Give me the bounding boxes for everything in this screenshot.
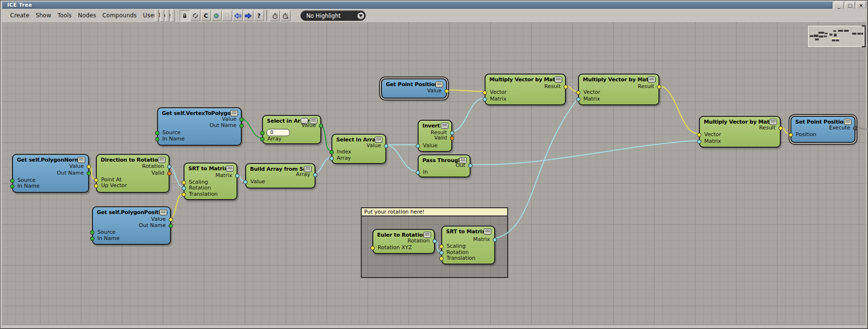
output-port-valid[interactable] — [450, 136, 454, 140]
input-port-rotation[interactable] — [439, 251, 444, 255]
node-icons — [484, 228, 491, 235]
output-port-label: Valid — [434, 135, 447, 141]
node-menu-icon[interactable] — [78, 157, 85, 163]
index-value-field[interactable] — [266, 129, 290, 136]
output-port-value[interactable] — [445, 89, 449, 93]
minimap-node-rect — [832, 39, 835, 41]
window-frame-bottom — [2, 325, 866, 328]
input-port-vector[interactable] — [697, 133, 701, 137]
node-select-in-array-1[interactable]: Select in ArrayValueArray — [262, 115, 321, 144]
output-port-result[interactable] — [450, 131, 454, 135]
input-port-source[interactable] — [90, 230, 94, 235]
input-port-vector[interactable] — [576, 90, 580, 95]
minimap-node-rect — [833, 30, 836, 32]
node-build-array-from-set[interactable]: Build Array from SetArrayValue — [245, 163, 316, 189]
node-direction-to-rotation[interactable]: Direction to RotationRotationValidPoint … — [96, 154, 170, 193]
input-port-label: Index — [337, 149, 351, 155]
node-menu-icon[interactable] — [435, 81, 443, 88]
node-set-point-position[interactable]: Set Point PositionExecutePosition — [790, 116, 855, 143]
node-select-in-array-2[interactable]: Select in ArrayValueIndexArray — [331, 134, 386, 164]
node-menu-icon[interactable] — [648, 76, 656, 83]
input-port-array[interactable] — [329, 156, 334, 161]
output-port-result[interactable] — [564, 85, 568, 89]
input-port-label: Matrix — [583, 96, 600, 102]
input-port-in-name[interactable] — [10, 184, 14, 189]
output-port-matrix[interactable] — [493, 238, 497, 242]
output-port-value[interactable] — [87, 164, 91, 169]
output-port-out-name[interactable] — [87, 171, 91, 176]
node-menu-icon[interactable] — [554, 76, 562, 83]
node-menu-icon[interactable] — [226, 165, 234, 172]
node-title: SRT to Matrix — [188, 165, 227, 172]
node-multiply-vector-by-matrix-2[interactable]: Multiply Vector by MatrixResultVectorMat… — [578, 74, 659, 105]
node-multiply-vector-by-matrix-1[interactable]: Multiply Vector by MatrixResultVectorMat… — [485, 74, 566, 105]
input-port-in[interactable] — [416, 170, 420, 175]
node-multiply-vector-by-matrix-3[interactable]: Multiply Vector by MatrixResultVectorMat… — [699, 116, 781, 148]
output-port-result[interactable] — [778, 126, 783, 130]
input-port-translation[interactable] — [182, 192, 186, 197]
input-port-source[interactable] — [10, 178, 14, 183]
minimap-node-rect — [825, 33, 828, 34]
node-invert[interactable]: InvertResultValidValue — [418, 120, 452, 152]
output-port-rotation[interactable] — [167, 164, 171, 169]
output-port-result[interactable] — [657, 85, 661, 89]
input-port-matrix[interactable] — [576, 97, 580, 101]
node-pass-through[interactable]: Pass ThroughOutIn — [418, 154, 471, 177]
output-port-value[interactable] — [239, 117, 244, 122]
input-port-scaling[interactable] — [182, 180, 186, 185]
minimap-node-rect — [857, 33, 861, 35]
input-port-array[interactable] — [260, 137, 264, 141]
input-port-in-name[interactable] — [90, 237, 94, 241]
node-menu-icon[interactable] — [484, 228, 491, 235]
input-port-translation[interactable] — [439, 256, 444, 261]
input-port-matrix[interactable] — [697, 139, 701, 144]
input-port-rotation[interactable] — [182, 186, 186, 190]
output-port-out-name[interactable] — [169, 224, 173, 228]
input-port-value[interactable] — [416, 144, 420, 148]
node-get-self-polygonnormal[interactable]: Get self.PolygonNormalValueOut NameSourc… — [12, 154, 89, 193]
input-port-value[interactable] — [243, 180, 248, 184]
node-menu-icon[interactable] — [158, 157, 166, 163]
navigator-minimap[interactable] — [808, 25, 865, 47]
input-port-index[interactable] — [329, 150, 334, 154]
node-menu-icon[interactable] — [441, 123, 448, 129]
input-port-vector[interactable] — [483, 90, 487, 95]
node-icons — [158, 157, 166, 163]
input-port-matrix[interactable] — [483, 97, 487, 101]
minimap-view-bracket[interactable] — [862, 25, 866, 47]
output-port-value[interactable] — [384, 144, 388, 148]
comment-box-title[interactable]: Put your rotation here! — [362, 208, 507, 216]
output-port-out[interactable] — [468, 164, 473, 168]
output-port-value[interactable] — [169, 217, 173, 222]
node-euler-to-rotation[interactable]: Euler to RotationRotationRotation XYZ — [372, 229, 435, 254]
output-port-matrix[interactable] — [235, 174, 239, 178]
input-port-rotation-xyz[interactable] — [370, 246, 375, 250]
node-srt-to-matrix-1[interactable]: SRT to MatrixMatrixScalingRotationTransl… — [184, 163, 237, 200]
input-port-index[interactable] — [260, 131, 264, 135]
node-get-self-polygonposition[interactable]: Get self.PolygonPositionValueOut NameSou… — [92, 206, 171, 245]
node-title: Get self.PolygonNormal — [17, 157, 85, 163]
input-port-point-at[interactable] — [94, 178, 98, 182]
output-port-array[interactable] — [313, 173, 317, 177]
node-srt-to-matrix-2[interactable]: SRT to MatrixMatrixScalingRotationTransl… — [441, 226, 495, 265]
output-port-value[interactable] — [319, 124, 323, 128]
input-port-scaling[interactable] — [439, 244, 444, 249]
node-icons — [159, 209, 167, 215]
output-port-rotation[interactable] — [433, 239, 437, 243]
input-port-in-name[interactable] — [155, 137, 159, 141]
input-port-label: Source — [97, 229, 116, 236]
node-title: Invert — [422, 123, 440, 129]
minimap-node-rect — [836, 39, 839, 41]
output-port-out-name[interactable] — [239, 124, 244, 128]
input-port-position[interactable] — [789, 133, 793, 137]
ice-tree-window: ICE Tree _□× CreateShowToolsNodesCompoun… — [0, 0, 868, 329]
output-port-execute[interactable] — [853, 126, 857, 130]
node-get-point-position[interactable]: Get Point PositionValue — [381, 78, 447, 99]
input-port-source[interactable] — [155, 131, 159, 135]
node-graph-canvas[interactable]: Put your rotation here! Get Point Positi… — [0, 0, 868, 329]
output-port-valid[interactable] — [167, 171, 171, 176]
node-get-self-vertextopolygons[interactable]: Get self.VertexToPolygonsValueOut NameSo… — [157, 107, 242, 146]
input-port-up-vector[interactable] — [94, 184, 98, 188]
output-port-label: Value — [367, 142, 381, 149]
node-menu-icon[interactable] — [159, 209, 167, 215]
